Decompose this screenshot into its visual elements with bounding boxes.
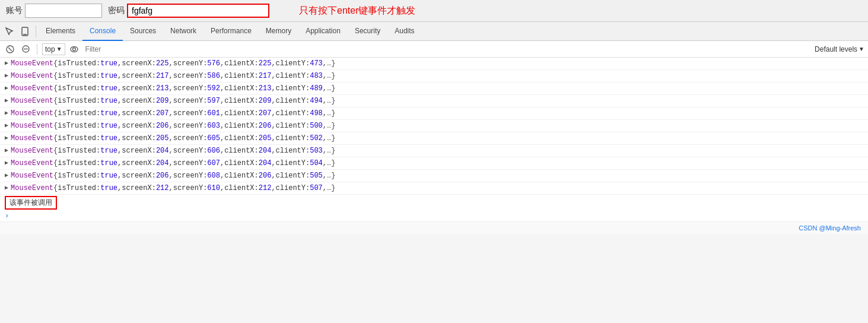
expand-icon[interactable]: ▶ (5, 71, 8, 81)
clear-console-icon[interactable] (4, 43, 17, 56)
tab-sources[interactable]: Sources (123, 22, 163, 41)
expand-icon[interactable]: ▶ (5, 58, 8, 69)
console-line: ▶MouseEvent {isTrusted: true, screenX: 2… (0, 170, 868, 182)
console-output: ▶MouseEvent {isTrusted: true, screenX: 2… (0, 58, 868, 221)
svg-line-3 (8, 48, 12, 51)
expand-icon[interactable]: ▶ (5, 183, 8, 194)
chevron-down-icon: ▼ (56, 46, 62, 52)
context-value: top (45, 45, 55, 53)
tab-console[interactable]: Console (82, 22, 123, 41)
inspect-icon[interactable] (2, 24, 17, 39)
called-event-line: 该事件被调用 (0, 195, 868, 211)
console-line: ▶MouseEvent {isTrusted: true, screenX: 2… (0, 132, 868, 145)
password-input[interactable] (127, 4, 269, 18)
account-group: 账号 (6, 4, 102, 18)
account-input[interactable] (25, 4, 102, 18)
prompt-symbol: › (5, 212, 9, 220)
called-event-box: 该事件被调用 (5, 196, 57, 210)
account-label: 账号 (6, 5, 23, 16)
chevron-down-icon-levels: ▼ (859, 46, 864, 52)
context-selector[interactable]: top ▼ (42, 43, 65, 55)
expand-icon[interactable]: ▶ (5, 145, 8, 156)
stop-icon[interactable] (19, 43, 32, 56)
tab-application[interactable]: Application (298, 22, 348, 41)
default-levels-label: Default levels (815, 45, 857, 53)
svg-point-6 (71, 46, 78, 52)
password-group: 密码 (108, 4, 269, 18)
tab-memory[interactable]: Memory (259, 22, 298, 41)
svg-point-7 (72, 48, 75, 50)
console-line: ▶MouseEvent {isTrusted: true, screenX: 2… (0, 95, 868, 107)
mobile-icon[interactable] (18, 24, 32, 39)
console-line: ▶MouseEvent {isTrusted: true, screenX: 2… (0, 120, 868, 132)
expand-icon[interactable]: ▶ (5, 170, 8, 181)
devtools-container: Elements Console Sources Network Perform… (0, 22, 868, 234)
tab-elements[interactable]: Elements (39, 22, 82, 41)
tab-security[interactable]: Security (348, 22, 387, 41)
top-bar: 账号 密码 只有按下enter键事件才触发 (0, 0, 868, 22)
attribution: CSDN @Ming-Afresh (0, 221, 868, 234)
expand-icon[interactable]: ▶ (5, 121, 8, 131)
password-label: 密码 (108, 5, 125, 16)
console-line: ▶MouseEvent {isTrusted: true, screenX: 2… (0, 58, 868, 70)
console-line: ▶MouseEvent {isTrusted: true, screenX: 2… (0, 145, 868, 157)
tab-audits[interactable]: Audits (387, 22, 421, 41)
console-line: ▶MouseEvent {isTrusted: true, screenX: 2… (0, 182, 868, 195)
console-line: ▶MouseEvent {isTrusted: true, screenX: 2… (0, 157, 868, 170)
enter-hint: 只有按下enter键事件才触发 (299, 5, 415, 17)
expand-icon[interactable]: ▶ (5, 108, 8, 119)
expand-icon[interactable]: ▶ (5, 96, 8, 106)
expand-icon[interactable]: ▶ (5, 133, 8, 144)
tab-performance[interactable]: Performance (204, 22, 259, 41)
prompt-line: › (0, 211, 868, 221)
default-levels-selector[interactable]: Default levels ▼ (815, 45, 864, 53)
expand-icon[interactable]: ▶ (5, 83, 8, 94)
console-line: ▶MouseEvent {isTrusted: true, screenX: 2… (0, 83, 868, 95)
console-toolbar: top ▼ Default levels ▼ (0, 41, 868, 58)
eye-icon[interactable] (68, 43, 81, 56)
filter-input[interactable] (83, 45, 202, 53)
tab-network[interactable]: Network (163, 22, 204, 41)
expand-icon[interactable]: ▶ (5, 158, 8, 169)
devtools-tabs: Elements Console Sources Network Perform… (0, 22, 868, 41)
console-line: ▶MouseEvent {isTrusted: true, screenX: 2… (0, 107, 868, 120)
console-line: ▶MouseEvent {isTrusted: true, screenX: 2… (0, 70, 868, 83)
